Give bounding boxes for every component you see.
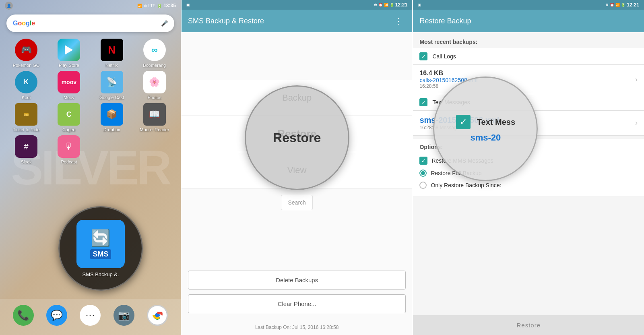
status-bar-3: ▣ ⊛ ⏰ 📶 🔋 12:21: [413, 0, 644, 10]
user-avatar-icon: 👤: [5, 2, 13, 10]
moov-icon: moov: [58, 71, 80, 93]
status-time-2: 12:21: [395, 2, 408, 8]
photos-label: Photos: [148, 95, 161, 100]
call-logs-backup-item[interactable]: 16.4 KB calls-20150162508.xml 16:28:58 ›: [413, 65, 644, 94]
status-time-3: 12:21: [627, 2, 639, 8]
magnify3-label: Text Mess: [477, 118, 515, 127]
signal-icon-2: 📶: [384, 3, 388, 7]
restore-content: Most recent backups: ✓ Call Logs 16.4 KB…: [413, 32, 644, 315]
status-time-1: 13:35: [163, 3, 176, 8]
play-store-label: Play Store: [59, 63, 79, 68]
app-boomerang[interactable]: ∞ Boomerang: [135, 39, 174, 68]
dock-chrome[interactable]: [147, 305, 168, 326]
last-backup-text: Last Backup On: Jul 15, 2016 16:28:58: [255, 325, 339, 330]
app-play-store[interactable]: Play Store: [49, 39, 89, 68]
lte-icon: LTE: [149, 4, 156, 8]
app-moon-reader[interactable]: 📖 Moon+ Reader: [135, 103, 174, 132]
boomerang-icon: ∞: [143, 39, 166, 61]
app-photos[interactable]: 🌸 Photos: [135, 71, 174, 100]
restore-toolbar-title: Restore Backup: [419, 17, 638, 25]
magnify-circle-1: 🔄 SMS SMS Backup &.: [58, 206, 143, 291]
podcast-icon: 🎙: [58, 135, 80, 158]
app-pokemon-go[interactable]: 🎮 Pokemon GO: [6, 39, 46, 68]
most-recent-backups-title: Most recent backups:: [413, 32, 644, 48]
status-right-3: ⊛ ⏰ 📶 🔋 12:21: [605, 2, 639, 8]
bluetooth-icon-2: ⊛: [374, 3, 377, 7]
dropbox-label: Dropbox: [103, 127, 120, 132]
battery-icon-3: 🔋: [621, 3, 625, 7]
moov-label: Moov: [64, 95, 74, 100]
screen1-homescreen: SILVER 👤 📶 ⊛ LTE 🔋 13:35 Google 🎤 🎮 Poke…: [0, 0, 181, 335]
dock-apps[interactable]: ⋯: [80, 305, 101, 326]
clear-phone-button[interactable]: Clear Phone...: [188, 294, 406, 313]
ticket-label: Ticket to Ride: [13, 127, 40, 132]
sms-backup-icon-large: 🔄 SMS: [76, 220, 125, 268]
magnify3-filename: sms-20: [471, 132, 501, 143]
google-search-bar[interactable]: Google 🎤: [6, 14, 174, 32]
magnify3-check-icon: ✓: [456, 115, 471, 129]
magnify-overlay-3: ✓ Text Mess sms-20: [433, 77, 538, 181]
dock-camera[interactable]: 📷: [114, 305, 134, 326]
google-cast-icon: 📡: [101, 71, 123, 93]
status-bar-2: ▣ ⊛ ⏰ 📶 🔋 12:21: [182, 0, 413, 10]
mic-icon[interactable]: 🎤: [161, 20, 168, 27]
cageo-label: Cageo: [62, 127, 75, 132]
restore-since-option[interactable]: Only Restore Backup Since:: [419, 179, 638, 191]
moon-reader-label: Moon+ Reader: [140, 127, 169, 132]
app-moov[interactable]: moov Moov: [49, 71, 89, 100]
app-netflix[interactable]: N Netflix: [92, 39, 131, 68]
sms-toolbar: SMS Backup & Restore ⋮: [182, 10, 413, 32]
magnify-restore-text: Restore: [273, 130, 321, 145]
dock-phone[interactable]: 📞: [13, 305, 34, 326]
magnify3-checkbox-row: ✓ Text Mess: [456, 115, 515, 129]
alarm-icon-3: ⏰: [610, 3, 614, 7]
restore-final-button[interactable]: Restore: [516, 322, 541, 329]
menu-overflow-icon[interactable]: ⋮: [391, 14, 406, 27]
pokemon-go-label: Pokemon GO: [13, 63, 40, 68]
app-google-cast[interactable]: 📡 Google Cast: [92, 71, 131, 100]
status-right: 📶 ⊛ LTE 🔋 13:35: [137, 3, 176, 8]
text-messages-arrow-icon: ›: [635, 119, 638, 127]
bluetooth-icon: ⊛: [144, 4, 147, 8]
restore-since-radio[interactable]: [419, 182, 427, 189]
status-left: 👤: [5, 2, 13, 10]
app-slack[interactable]: # Slack: [6, 135, 46, 164]
battery-icon-2: 🔋: [390, 3, 394, 7]
sms-magnified-overlay: 🔄 SMS SMS Backup &.: [58, 206, 143, 291]
netflix-icon: N: [101, 39, 123, 61]
status-right-2: ⊛ ⏰ 📶 🔋 12:21: [374, 2, 408, 8]
app-podcast[interactable]: 🎙 Podcast: [49, 135, 89, 164]
clear-phone-label: Clear Phone...: [278, 300, 316, 307]
call-logs-checkbox[interactable]: ✓: [419, 52, 427, 60]
app-cageo[interactable]: C Cageo: [49, 103, 89, 132]
kodi-label: Kodi: [22, 95, 31, 100]
ticket-to-ride-icon: 🎫: [15, 103, 37, 126]
search-box[interactable]: Search: [281, 195, 312, 210]
google-cast-label: Google Cast: [99, 95, 124, 100]
google-logo: Google: [13, 20, 35, 27]
empty-slot-1: [92, 135, 131, 164]
moon-reader-icon: 📖: [143, 103, 166, 126]
bottom-buttons: Delete Backups Clear Phone...: [182, 264, 413, 320]
delete-backups-button[interactable]: Delete Backups: [188, 271, 406, 290]
bottom-dock: 📞 💬 ⋯ 📷: [0, 299, 181, 335]
signal-icon: 📶: [137, 4, 142, 8]
app-dropbox[interactable]: 📦 Dropbox: [92, 103, 131, 132]
call-logs-checkbox-row: ✓ Call Logs: [413, 48, 644, 65]
screen-icon: ▣: [186, 3, 190, 7]
status-left-3: ▣: [418, 3, 421, 7]
restore-footer: Restore: [413, 315, 644, 335]
restore-full-radio[interactable]: [419, 170, 427, 177]
radio-inner-fill: [421, 171, 425, 175]
app-ticket-to-ride[interactable]: 🎫 Ticket to Ride: [6, 103, 46, 132]
restore-mms-checkbox[interactable]: ✓: [419, 157, 427, 165]
pokemon-go-icon: 🎮: [15, 39, 37, 61]
signal-icon-3: 📶: [615, 3, 620, 7]
dock-messages[interactable]: 💬: [46, 305, 67, 326]
app-kodi[interactable]: K Kodi: [6, 71, 46, 100]
call-logs-filename: calls-20150162508.xml: [419, 77, 635, 83]
bluetooth-icon-3: ⊛: [605, 3, 609, 7]
alarm-icon: ⏰: [378, 3, 383, 7]
text-messages-checkbox[interactable]: ✓: [419, 98, 427, 106]
call-logs-label: Call Logs: [432, 53, 456, 60]
